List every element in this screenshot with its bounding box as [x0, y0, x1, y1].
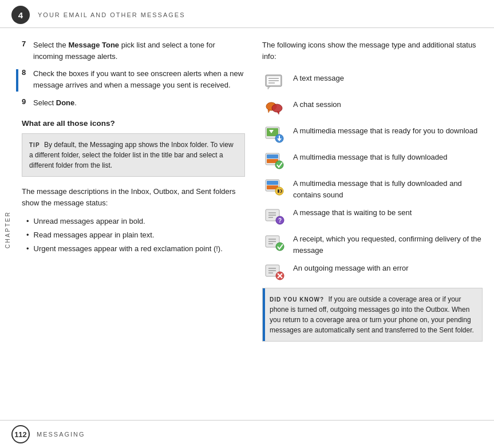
error-desc: An outgoing message with an error [293, 261, 409, 274]
error-icon-cell [262, 261, 287, 282]
icon-row-mms-sound: A multimedia message that is fully downl… [262, 177, 483, 200]
chapter-number-circle: 4 [11, 6, 30, 24]
step-9-text: Select Done. [33, 97, 77, 109]
icons-intro: The following icons show the message typ… [262, 39, 483, 62]
step-9-num: 9 [22, 97, 33, 109]
svg-rect-11 [267, 128, 278, 136]
icon-row-mms-download: A multimedia message that is ready for y… [262, 124, 483, 145]
svg-point-19 [275, 161, 283, 169]
chat-icon-cell [262, 98, 287, 118]
svg-marker-7 [268, 110, 270, 113]
page-number-circle: 112 [11, 425, 30, 443]
top-header: 4 YOUR EMAIL AND OTHER MESSAGES [0, 0, 494, 28]
waiting-icon-cell: ? [262, 206, 287, 227]
waiting-icon: ? [264, 208, 285, 225]
error-icon [264, 263, 285, 280]
svg-point-35 [276, 243, 284, 251]
text-message-icon-cell [262, 72, 287, 92]
bullet-1: Unread messages appear in bold. [26, 216, 245, 227]
mms-download-desc: A multimedia message that is ready for y… [293, 124, 477, 137]
icon-row-chat: A chat session [262, 98, 483, 118]
text-message-icon [264, 73, 285, 90]
bullet-2: Read messages appear in plain text. [26, 229, 245, 241]
tip-text: By default, the Messaging app shows the … [29, 141, 234, 169]
chat-icon [264, 100, 285, 117]
step-9: 9 Select Done. [22, 97, 245, 109]
svg-text:?: ? [278, 217, 282, 224]
blue-bar-dyk [263, 288, 265, 341]
bottom-footer: 112 MESSAGING [0, 420, 494, 448]
svg-rect-24 [278, 189, 279, 193]
step-7-num: 7 [22, 39, 33, 62]
mms-full-desc: A multimedia message that is fully downl… [293, 150, 448, 163]
did-you-know-box: DID YOU KNOW? If you are outside a cover… [262, 288, 483, 342]
chapter-sidebar: CHAPTER [0, 28, 16, 426]
bullet-list: Unread messages appear in bold. Read mes… [26, 216, 245, 255]
section-heading: What are all those icons? [22, 119, 245, 128]
svg-rect-21 [267, 181, 278, 185]
status-para: The message descriptions in the Inbox, O… [22, 186, 245, 209]
step-8: 8 Check the boxes if you want to see ons… [22, 68, 245, 91]
right-column: The following icons show the message typ… [256, 28, 494, 426]
svg-marker-5 [268, 86, 270, 89]
step-list: 7 Select the Message Tone pick list and … [22, 39, 245, 109]
waiting-desc: A message that is waiting to be sent [293, 206, 412, 219]
icon-row-waiting: ? A message that is waiting to be sent [262, 206, 483, 227]
mms-sound-desc: A multimedia message that is fully downl… [293, 177, 483, 200]
mms-download-icon [264, 126, 285, 143]
mms-sound-icon [264, 179, 285, 196]
chapter-label: CHAPTER [5, 211, 11, 248]
chat-desc: A chat session [293, 98, 341, 110]
svg-rect-17 [267, 154, 278, 158]
tip-label: TIP [29, 142, 40, 148]
step-8-num: 8 [22, 68, 33, 91]
tip-box: TIP By default, the Messaging app shows … [22, 133, 245, 177]
mms-sound-icon-cell [262, 177, 287, 197]
step-7-text: Select the Message Tone pick list and se… [33, 39, 245, 62]
dyk-label: DID YOU KNOW? [270, 296, 324, 303]
step-7: 7 Select the Message Tone pick list and … [22, 39, 245, 62]
left-column: 7 Select the Message Tone pick list and … [16, 28, 256, 426]
header-title: YOUR EMAIL AND OTHER MESSAGES [38, 11, 185, 18]
main-content: CHAPTER 7 Select the Message Tone pick l… [0, 28, 494, 426]
bullet-3: Urgent messages appear with a red exclam… [26, 243, 245, 255]
receipt-icon-cell [262, 232, 287, 253]
text-message-desc: A text message [293, 72, 344, 84]
icon-row-receipt: A receipt, which you requested, confirmi… [262, 232, 483, 256]
svg-point-8 [272, 104, 282, 112]
mms-full-icon [264, 152, 285, 169]
receipt-icon [264, 234, 285, 251]
footer-section: MESSAGING [37, 431, 85, 438]
icon-row-text-message: A text message [262, 72, 483, 92]
icon-row-error: An outgoing message with an error [262, 261, 483, 282]
receipt-desc: A receipt, which you requested, confirmi… [293, 232, 483, 256]
svg-marker-9 [277, 112, 279, 114]
step-8-text: Check the boxes if you want to see onscr… [33, 68, 245, 91]
icon-row-mms-full: A multimedia message that is fully downl… [262, 150, 483, 171]
blue-bar-step8 [16, 69, 18, 91]
mms-download-icon-cell [262, 124, 287, 145]
mms-full-icon-cell [262, 150, 287, 171]
